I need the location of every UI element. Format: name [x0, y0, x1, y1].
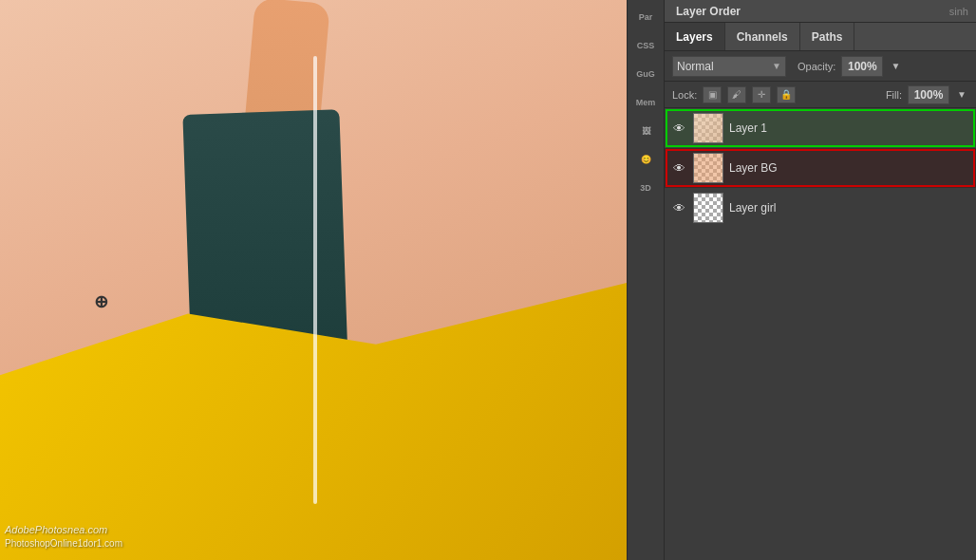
- layerbg-visibility-toggle[interactable]: 👁: [670, 159, 687, 177]
- lock-label: Lock:: [672, 89, 697, 101]
- layer-item-layer1[interactable]: 👁 Layer 1: [665, 108, 976, 148]
- css-label: CSS: [637, 41, 655, 50]
- tab-layers[interactable]: Layers: [665, 23, 725, 50]
- layerbg-thumbnail: [693, 153, 723, 183]
- sidebar-item-mem[interactable]: Mem: [629, 89, 663, 116]
- lock-all-btn[interactable]: 🔒: [777, 86, 796, 103]
- opacity-label: Opacity:: [798, 61, 835, 72]
- lock-row: Lock: ▣ 🖌 ✛ 🔒 Fill: 100% ▼: [665, 82, 976, 108]
- mid-sidebar: Par CSS GuG Mem 🖼 😊 3D: [627, 0, 665, 560]
- watermark-line2: PhotoshopOnline1dor1.com: [5, 537, 122, 551]
- layer-order-bar: Layer Order sinh: [665, 0, 976, 23]
- zoom-cursor-icon: ⊕: [94, 291, 108, 312]
- blend-mode-select[interactable]: Normal ▼: [672, 56, 786, 77]
- lock-position-btn[interactable]: ✛: [752, 86, 771, 103]
- layergirl-thumbnail: [693, 193, 723, 223]
- gug-label: GuG: [636, 69, 655, 79]
- image-icon: 🖼: [642, 126, 650, 136]
- sinh-label: sinh: [949, 6, 968, 17]
- fill-arrow-btn[interactable]: ▼: [955, 88, 968, 102]
- layer1-thumbnail: [693, 113, 723, 143]
- layer-item-layergirl[interactable]: 👁 Layer girl: [665, 188, 976, 228]
- blend-mode-value: Normal: [677, 60, 714, 73]
- fill-label: Fill:: [886, 89, 902, 101]
- tab-paths[interactable]: Paths: [800, 23, 855, 50]
- layers-list: 👁 Layer 1 👁 Layer BG 👁 Layer girl: [665, 108, 976, 560]
- canvas-area: ⊕ AdobePhotosnea.com PhotoshopOnline1dor…: [0, 0, 627, 560]
- sidebar-item-emoji[interactable]: 😊: [629, 146, 663, 173]
- opacity-arrow-btn[interactable]: ▼: [889, 60, 902, 73]
- lock-pixels-btn[interactable]: ▣: [703, 86, 722, 103]
- watermark: AdobePhotosnea.com PhotoshopOnline1dor1.…: [5, 523, 122, 551]
- opacity-input[interactable]: 100%: [841, 56, 883, 77]
- sidebar-item-par[interactable]: Par: [629, 4, 663, 30]
- lock-image-btn[interactable]: 🖌: [727, 86, 746, 103]
- white-line: [313, 56, 317, 504]
- layergirl-name: Layer girl: [729, 201, 970, 215]
- blend-mode-chevron: ▼: [772, 61, 781, 71]
- fill-input[interactable]: 100%: [908, 85, 949, 104]
- sidebar-item-3d[interactable]: 3D: [629, 175, 663, 201]
- 3d-label: 3D: [640, 183, 651, 193]
- tabs-row: Layers Channels Paths: [665, 23, 976, 51]
- sidebar-item-image[interactable]: 🖼: [629, 118, 663, 144]
- layerbg-name: Layer BG: [729, 161, 970, 175]
- layer1-visibility-toggle[interactable]: 👁: [670, 120, 687, 137]
- par-label: Par: [639, 12, 653, 22]
- canvas-image: ⊕ AdobePhotosnea.com PhotoshopOnline1dor…: [0, 0, 627, 560]
- emoji-icon: 😊: [641, 155, 651, 164]
- right-panel: Layer Order sinh Layers Channels Paths N…: [665, 0, 976, 560]
- blend-mode-row: Normal ▼ Opacity: 100% ▼: [665, 51, 976, 82]
- sidebar-item-css[interactable]: CSS: [629, 32, 663, 59]
- tab-channels[interactable]: Channels: [725, 23, 800, 50]
- bg-color-overlay: [694, 154, 723, 182]
- panel-title: Layer Order: [672, 5, 949, 18]
- layer-item-layerbg[interactable]: 👁 Layer BG: [665, 148, 976, 188]
- layergirl-visibility-toggle[interactable]: 👁: [670, 199, 687, 216]
- sidebar-item-gug[interactable]: GuG: [629, 61, 663, 87]
- skin-overlay: [694, 114, 723, 142]
- checker-pattern-girl: [694, 194, 723, 222]
- mem-label: Mem: [636, 98, 656, 107]
- layer1-name: Layer 1: [729, 121, 970, 135]
- watermark-line1: AdobePhotosnea.com: [5, 523, 122, 537]
